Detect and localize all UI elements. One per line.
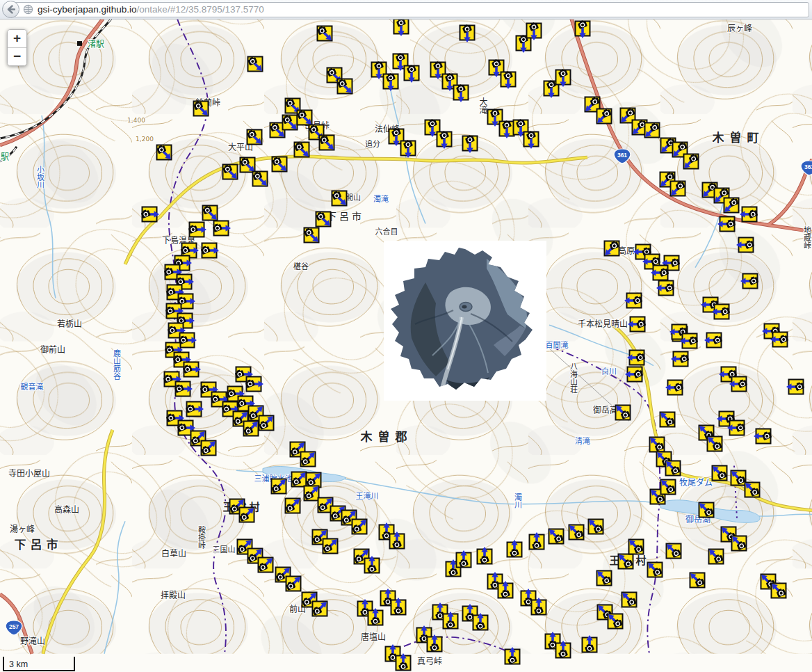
- photo-marker[interactable]: [726, 371, 752, 397]
- photo-marker[interactable]: [551, 65, 576, 90]
- zoom-control: + −: [7, 29, 27, 66]
- photo-marker[interactable]: [599, 236, 624, 261]
- photo-marker[interactable]: [665, 176, 690, 201]
- photo-marker[interactable]: [254, 410, 279, 435]
- photo-marker[interactable]: [432, 127, 457, 152]
- photo-marker[interactable]: [625, 312, 650, 337]
- photo-marker[interactable]: [663, 375, 688, 400]
- photo-marker[interactable]: [396, 136, 421, 161]
- photo-marker[interactable]: [740, 477, 765, 502]
- photo-marker[interactable]: [592, 104, 617, 129]
- photo-marker[interactable]: [642, 557, 667, 582]
- photo-marker[interactable]: [526, 595, 551, 620]
- photo-marker[interactable]: [622, 288, 647, 313]
- photo-marker[interactable]: [679, 149, 704, 174]
- photo-marker[interactable]: [570, 16, 595, 41]
- photo-marker[interactable]: [234, 502, 259, 527]
- address-bar[interactable]: gsi-cyberjapan.github.io/ontake/#12/35.8…: [11, 2, 809, 17]
- photo-marker[interactable]: [472, 544, 497, 569]
- photo-marker[interactable]: [738, 269, 763, 294]
- photo-marker[interactable]: [583, 514, 608, 539]
- photo-marker[interactable]: [197, 238, 222, 263]
- photo-marker[interactable]: [766, 578, 791, 603]
- photo-marker[interactable]: [617, 587, 642, 612]
- photo-marker[interactable]: [384, 529, 409, 554]
- photo-marker[interactable]: [457, 131, 482, 156]
- url-path: /ontake/#12/35.8795/137.5770: [137, 4, 264, 15]
- photo-marker[interactable]: [347, 514, 372, 539]
- photo-marker[interactable]: [577, 632, 602, 657]
- photo-marker[interactable]: [707, 461, 732, 486]
- photo-marker[interactable]: [196, 435, 221, 461]
- photo-marker[interactable]: [737, 202, 762, 227]
- photo-marker[interactable]: [521, 18, 546, 43]
- url-domain: gsi-cyberjapan.github.io: [38, 4, 137, 15]
- photo-marker[interactable]: [660, 456, 685, 481]
- photo-marker[interactable]: [709, 299, 734, 324]
- photo-marker[interactable]: [685, 568, 710, 593]
- photo-marker[interactable]: [391, 650, 416, 672]
- photo-marker[interactable]: [299, 223, 324, 248]
- back-arrow-icon: [6, 5, 15, 14]
- photo-marker[interactable]: [502, 537, 527, 562]
- photo-marker[interactable]: [359, 553, 384, 578]
- photo-marker[interactable]: [209, 216, 234, 241]
- photo-marker[interactable]: [422, 632, 447, 657]
- photo-marker[interactable]: [603, 609, 628, 634]
- photo-marker[interactable]: [655, 407, 680, 432]
- photo-marker[interactable]: [701, 328, 726, 353]
- photo-marker[interactable]: [314, 130, 339, 155]
- scale-bar-label: 3 km: [9, 659, 28, 669]
- photo-marker[interactable]: [694, 497, 719, 522]
- photo-marker[interactable]: [551, 638, 576, 663]
- photo-marker[interactable]: [751, 424, 776, 449]
- photo-marker[interactable]: [610, 400, 635, 425]
- photo-marker[interactable]: [188, 96, 213, 121]
- photo-marker[interactable]: [218, 159, 243, 184]
- back-button[interactable]: [2, 1, 19, 18]
- photo-marker[interactable]: [247, 166, 273, 191]
- photo-marker[interactable]: [496, 67, 521, 92]
- photo-marker[interactable]: [500, 644, 525, 669]
- zoom-in-button[interactable]: +: [8, 30, 26, 48]
- photo-marker[interactable]: [242, 125, 267, 150]
- zoom-out-button[interactable]: −: [8, 48, 26, 65]
- photo-marker[interactable]: [448, 80, 473, 105]
- volcano-aerial-overlay: [384, 241, 546, 401]
- photo-marker[interactable]: [592, 566, 617, 591]
- photo-marker[interactable]: [332, 74, 357, 99]
- photo-marker[interactable]: [455, 20, 480, 45]
- photo-marker[interactable]: [318, 534, 343, 559]
- photo-marker[interactable]: [519, 127, 544, 152]
- photo-marker[interactable]: [768, 327, 793, 352]
- photo-marker[interactable]: [653, 275, 679, 301]
- photo-marker[interactable]: [493, 578, 518, 603]
- photo-marker[interactable]: [677, 328, 702, 353]
- photo-marker[interactable]: [624, 534, 649, 559]
- photo-marker[interactable]: [726, 531, 752, 556]
- browser-window: { "browser": { "url_domain": "gsi-cyberj…: [0, 0, 812, 672]
- scale-bar: 3 km: [3, 657, 75, 671]
- photo-marker[interactable]: [307, 596, 332, 621]
- photo-marker[interactable]: [702, 431, 727, 456]
- photo-marker[interactable]: [783, 374, 809, 399]
- photo-marker[interactable]: [622, 362, 647, 387]
- url-text: gsi-cyberjapan.github.io/ontake/#12/35.8…: [38, 4, 264, 15]
- photo-marker[interactable]: [312, 21, 337, 46]
- photo-marker[interactable]: [399, 61, 424, 86]
- photo-marker[interactable]: [243, 51, 268, 77]
- photo-marker[interactable]: [152, 140, 177, 165]
- photo-marker[interactable]: [137, 202, 162, 227]
- photo-marker[interactable]: [386, 595, 411, 620]
- photo-marker[interactable]: [280, 493, 305, 518]
- browser-toolbar: gsi-cyberjapan.github.io/ontake/#12/35.8…: [0, 0, 812, 19]
- photo-marker[interactable]: [724, 415, 749, 440]
- photo-marker[interactable]: [468, 610, 493, 635]
- photo-marker[interactable]: [704, 544, 729, 569]
- globe-icon: [23, 4, 33, 15]
- photo-marker[interactable]: [715, 211, 740, 237]
